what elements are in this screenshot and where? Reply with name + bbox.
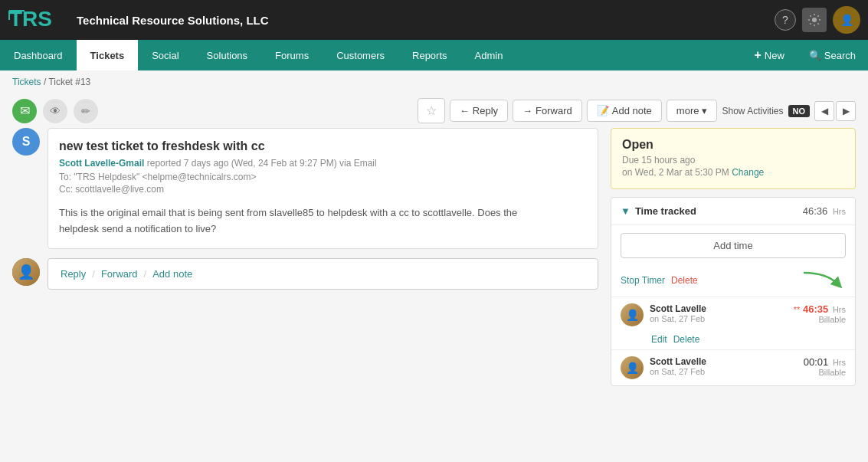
- entry-2-duration: 00:01 Hrs Billable: [804, 356, 846, 377]
- right-panel: Open Due 15 hours ago on Wed, 2 Mar at 5…: [611, 128, 856, 386]
- note-icon: 📝: [597, 105, 609, 116]
- delete-timer-link[interactable]: Delete: [671, 275, 698, 286]
- add-time-button[interactable]: Add time: [621, 233, 846, 258]
- message-cc: Cc: scottlavelle@live.com: [59, 184, 587, 195]
- time-entry-2: 👤 Scott Lavelle on Sat, 27 Feb 00:01 Hrs…: [611, 349, 855, 385]
- time-entry-1: 👤 Scott Lavelle on Sat, 27 Feb ** 46:35 …: [611, 297, 855, 333]
- entry-1-name: Scott Lavelle: [650, 303, 788, 314]
- next-ticket-button[interactable]: ▶: [836, 101, 856, 121]
- time-tracked-label: Time tracked: [635, 205, 696, 217]
- entry-1-info: Scott Lavelle on Sat, 27 Feb: [650, 303, 788, 323]
- nav-item-reports[interactable]: Reports: [398, 40, 461, 70]
- breadcrumb-parent-link[interactable]: Tickets: [12, 77, 41, 87]
- add-note-link[interactable]: Add note: [152, 268, 192, 280]
- settings-button[interactable]: [802, 8, 827, 32]
- message-box: new test ticket to freshdesk with cc Sco…: [47, 128, 598, 249]
- entry-2-val: 00:01: [804, 356, 829, 368]
- ticket-title: new test ticket to freshdesk with cc: [59, 139, 587, 153]
- forward-arrow-icon: →: [522, 105, 532, 116]
- svg-point-3: [812, 18, 817, 22]
- reply-arrow-icon: ←: [460, 105, 470, 116]
- entry-1-duration: ** 46:35 Hrs Billable: [794, 303, 846, 324]
- top-bar: TRS Technical Resource Solutions, LLC ? …: [0, 0, 868, 40]
- toolbar-actions: ☆ ← Reply → Forward 📝 Add note more ▾ Sh…: [418, 98, 856, 123]
- reply-link[interactable]: Reply: [61, 268, 86, 280]
- prev-ticket-button[interactable]: ◀: [814, 101, 834, 121]
- logo-area: TRS Technical Resource Solutions, LLC: [8, 5, 775, 35]
- sender-link[interactable]: Scott Lavelle-Gmail: [59, 158, 144, 169]
- entry-1-edit-links: Edit Delete: [611, 333, 855, 349]
- search-button[interactable]: 🔍 Search: [797, 40, 868, 70]
- message-to: To: "TRS Helpdesk" <helpme@technicalrs.c…: [59, 172, 587, 182]
- view-icon-button[interactable]: 👁: [43, 99, 67, 123]
- new-button[interactable]: + New: [742, 40, 796, 70]
- ticket-toolbar: ✉ 👁 ✏ ☆ ← Reply → Forward 📝 Add note mor…: [0, 93, 868, 128]
- sender-avatar: S: [12, 128, 40, 156]
- status-label: Open: [622, 138, 844, 152]
- change-link[interactable]: Change: [732, 167, 764, 178]
- show-activities-toggle: Show Activities NO: [722, 105, 810, 117]
- company-name: Technical Resource Solutions, LLC: [77, 14, 269, 27]
- star-button[interactable]: ☆: [418, 98, 445, 123]
- search-icon: 🔍: [809, 50, 821, 61]
- due-text: Due 15 hours ago: [622, 155, 844, 165]
- entry-2-name: Scott Lavelle: [650, 356, 798, 367]
- forward-link[interactable]: Forward: [101, 268, 138, 280]
- reply-box: Reply / Forward / Add note: [47, 258, 598, 290]
- entry-2-avatar: 👤: [621, 356, 644, 379]
- nav-item-dashboard[interactable]: Dashboard: [0, 40, 77, 70]
- stop-timer-link[interactable]: Stop Timer: [621, 275, 665, 286]
- reply-avatar: 👤: [12, 258, 40, 286]
- entry-1-val: 46:35: [803, 303, 828, 315]
- time-header: ▼ Time tracked 46:36 Hrs: [611, 198, 855, 225]
- nav-item-admin[interactable]: Admin: [461, 40, 517, 70]
- forward-button[interactable]: → Forward: [513, 100, 582, 122]
- edit-icon-button[interactable]: ✏: [74, 99, 98, 123]
- user-avatar-top[interactable]: 👤: [833, 6, 860, 34]
- nav-item-forums[interactable]: Forums: [261, 40, 323, 70]
- logo-icon: TRS: [8, 5, 69, 35]
- entry-2-info: Scott Lavelle on Sat, 27 Feb: [650, 356, 798, 376]
- entry-1-date: on Sat, 27 Feb: [650, 314, 788, 323]
- nav-item-solutions[interactable]: Solutions: [193, 40, 261, 70]
- left-panel: S new test ticket to freshdesk with cc S…: [12, 128, 598, 386]
- add-note-button[interactable]: 📝 Add note: [587, 100, 662, 122]
- email-icon-button[interactable]: ✉: [12, 99, 37, 123]
- entry-1-avatar: 👤: [621, 303, 644, 326]
- activities-toggle-state[interactable]: NO: [788, 105, 811, 117]
- time-tracked-section: ▼ Time tracked 46:36 Hrs Add time Stop T…: [611, 197, 856, 386]
- green-arrow-indicator: [800, 269, 846, 292]
- reply-row: 👤 Reply / Forward / Add note: [12, 258, 598, 290]
- more-button[interactable]: more ▾: [667, 100, 718, 122]
- help-button[interactable]: ?: [775, 9, 796, 31]
- entry-2-date: on Sat, 27 Feb: [650, 367, 798, 376]
- ticket-message: S new test ticket to freshdesk with cc S…: [12, 128, 598, 249]
- entry-1-delete-link[interactable]: Delete: [673, 334, 700, 345]
- entry-1-edit-link[interactable]: Edit: [651, 334, 667, 345]
- breadcrumb-current: Ticket #13: [48, 77, 90, 87]
- nav-bar: Dashboard Tickets Social Solutions Forum…: [0, 40, 868, 70]
- main-content: S new test ticket to freshdesk with cc S…: [0, 128, 868, 398]
- message-body: This is the original email that is being…: [59, 205, 587, 238]
- gear-icon: [807, 13, 821, 27]
- reply-button[interactable]: ← Reply: [450, 100, 508, 122]
- nav-item-social[interactable]: Social: [138, 40, 192, 70]
- ticket-nav-arrows: ◀ ▶: [814, 101, 856, 121]
- time-total: 46:36 Hrs: [803, 205, 846, 217]
- time-tracked-chevron: ▼: [621, 205, 631, 217]
- time-entry-actions: Stop Timer Delete: [611, 266, 855, 297]
- nav-item-customers[interactable]: Customers: [323, 40, 398, 70]
- due-date: on Wed, 2 Mar at 5:30 PM Change: [622, 167, 844, 178]
- chevron-down-icon: ▾: [702, 105, 707, 116]
- message-meta: Scott Lavelle-Gmail reported 7 days ago …: [59, 158, 587, 169]
- plus-icon: +: [754, 48, 761, 62]
- breadcrumb: Tickets / Ticket #13: [0, 70, 868, 93]
- top-right-actions: ? 👤: [775, 6, 860, 34]
- nav-item-tickets[interactable]: Tickets: [77, 40, 139, 70]
- status-box: Open Due 15 hours ago on Wed, 2 Mar at 5…: [611, 128, 856, 189]
